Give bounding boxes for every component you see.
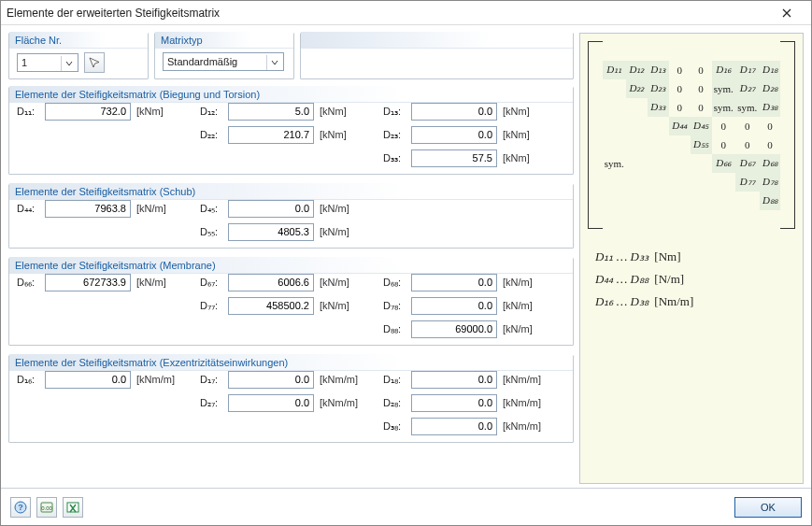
dialog-window: Elemente der erweiterten Steifigkeitsmat… <box>0 0 812 526</box>
matrix-cell <box>712 173 736 192</box>
d88-label: D₈₈: <box>383 323 407 335</box>
pick-surface-button[interactable] <box>84 52 105 73</box>
matrix-cell <box>603 79 627 98</box>
excel-icon <box>66 501 79 514</box>
surface-select[interactable]: 1 <box>17 53 78 72</box>
matrix-cell: sym. <box>735 98 760 117</box>
matrix-cell <box>626 98 648 117</box>
svg-text:?: ? <box>18 503 23 512</box>
units-button[interactable]: 0.00 <box>36 497 57 518</box>
matrix-cell: D₅₅ <box>691 135 712 154</box>
matrix-cell <box>626 192 648 210</box>
ok-button[interactable]: OK <box>734 497 802 518</box>
d38-label: D₃₈: <box>383 420 407 433</box>
matrix-cell: 0 <box>691 61 712 79</box>
ecc-group: Elemente der Steifigkeitsmatrix (Exzentr… <box>8 355 574 443</box>
d17-input[interactable] <box>228 371 314 389</box>
matrix-cell <box>648 173 669 192</box>
d67-input[interactable] <box>228 274 314 291</box>
matrix-cell: D₁₃ <box>648 61 669 79</box>
matrix-cell: D₁₂ <box>626 61 648 79</box>
d11-input[interactable] <box>45 103 131 121</box>
matrix-cell <box>626 117 648 135</box>
d23-input[interactable] <box>411 126 497 144</box>
matrix-cell: D₇₇ <box>735 173 760 192</box>
matrix-cell: 0 <box>691 98 712 117</box>
matrix-cell <box>669 154 691 173</box>
d44-label: D₄₄: <box>17 203 41 215</box>
matrix-cell: 0 <box>669 79 691 98</box>
d27-input[interactable] <box>228 394 314 412</box>
d88-input[interactable] <box>411 320 497 338</box>
matrix-cell <box>712 192 736 210</box>
surface-group: Fläche Nr. 1 <box>8 33 149 79</box>
d16-input[interactable] <box>45 371 131 389</box>
titlebar: Elemente der erweiterten Steifigkeitsmat… <box>1 1 811 25</box>
matrix-cell <box>626 154 648 173</box>
blank-group <box>300 33 574 79</box>
shear-title: Elemente der Steifigkeitsmatrix (Schub) <box>9 183 573 200</box>
matrixtype-select[interactable]: Standardmäßig <box>163 52 284 71</box>
d78-label: D₇₈: <box>383 300 407 312</box>
matrix-cell <box>691 154 712 173</box>
matrix-cell <box>669 192 691 210</box>
d38-input[interactable] <box>411 418 497 435</box>
d66-label: D₆₆: <box>17 277 41 289</box>
d55-label: D₅₅: <box>200 226 224 238</box>
export-excel-button[interactable] <box>63 497 83 518</box>
d13-input[interactable] <box>411 103 497 121</box>
matrix-cell: D₆₇ <box>735 154 760 173</box>
membrane-title: Elemente der Steifigkeitsmatrix (Membran… <box>9 257 573 274</box>
matrix-cell <box>669 173 691 192</box>
d16-label: D₁₆: <box>17 374 41 386</box>
d66-input[interactable] <box>45 274 131 291</box>
matrix-cell <box>648 117 669 135</box>
matrix-cell <box>626 135 648 154</box>
matrix-cell: 0 <box>760 117 781 135</box>
matrix-cell: 0 <box>691 79 712 98</box>
d68-label: D₆₈: <box>383 277 407 289</box>
d12-label: D₁₂: <box>200 106 224 118</box>
matrix-cell: sym. <box>712 98 736 117</box>
d45-input[interactable] <box>228 200 314 218</box>
d22-input[interactable] <box>228 126 314 144</box>
d68-input[interactable] <box>411 274 497 291</box>
matrix-cell: sym. <box>712 79 736 98</box>
matrix-cell <box>648 135 669 154</box>
d22-label: D₂₂: <box>200 129 224 141</box>
matrix-cell: D₇₈ <box>760 173 781 192</box>
ecc-title: Elemente der Steifigkeitsmatrix (Exzentr… <box>9 354 573 371</box>
matrixtype-label: Matrixtyp <box>155 32 293 49</box>
matrix-display: D₁₁D₁₂D₁₃00D₁₆D₁₇D₁₈D₂₂D₂₃00sym.D₂₇D₂₈D₃… <box>588 41 795 229</box>
help-button[interactable]: ? <box>10 497 31 518</box>
window-title: Elemente der erweiterten Steifigkeitsmat… <box>7 7 220 20</box>
bottom-bar: ? 0.00 OK <box>1 488 811 525</box>
decimals-icon: 0.00 <box>40 501 53 514</box>
d12-input[interactable] <box>228 103 314 121</box>
d13-label: D₁₃: <box>383 106 407 118</box>
matrix-cell: D₈₈ <box>760 192 781 210</box>
close-button[interactable] <box>768 2 805 24</box>
d77-input[interactable] <box>228 297 314 315</box>
matrix-cell <box>691 192 712 210</box>
d28-input[interactable] <box>411 394 497 412</box>
d18-input[interactable] <box>411 371 497 389</box>
matrix-cell: 0 <box>712 135 736 154</box>
matrix-cell: D₂₈ <box>760 79 781 98</box>
svg-text:0.00: 0.00 <box>41 505 52 511</box>
matrix-cell: D₁₇ <box>735 61 760 79</box>
matrix-cell <box>626 173 648 192</box>
matrix-cell <box>603 135 627 154</box>
matrix-cell: D₁₈ <box>760 61 781 79</box>
d78-input[interactable] <box>411 297 497 315</box>
d27-label: D₂₇: <box>200 397 224 409</box>
matrix-cell: D₄₅ <box>691 117 712 135</box>
close-icon <box>782 8 791 18</box>
matrix-cell: D₃₈ <box>760 98 781 117</box>
d44-input[interactable] <box>45 200 131 218</box>
d33-input[interactable] <box>411 149 497 167</box>
d55-input[interactable] <box>228 223 314 241</box>
matrix-cell <box>603 192 627 210</box>
matrix-cell <box>669 135 691 154</box>
matrix-cell: 0 <box>735 135 760 154</box>
